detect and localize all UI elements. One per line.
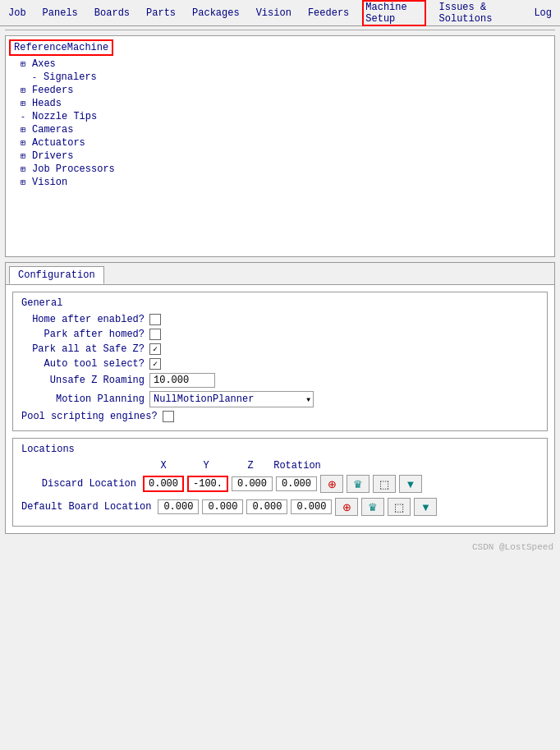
label-motion-planning: Motion Planning <box>21 393 145 405</box>
tree-item-label: Signalers <box>44 71 97 83</box>
tree-expander: - <box>32 73 44 82</box>
checkbox-park-after-homed[interactable] <box>149 329 161 340</box>
discard-crown-btn[interactable]: ♛ <box>347 475 370 493</box>
field-home-after-enabled: Home after enabled? <box>21 314 539 325</box>
location-row-default-board: Default Board Location ⊕ ♛ ⬚ ▼ <box>21 498 539 516</box>
menubar: JobPanelsBoardsPartsPackagesVisionFeeder… <box>0 0 560 26</box>
board-filter-btn[interactable]: ▼ <box>414 498 437 516</box>
input-unsafe-z-roaming[interactable] <box>149 373 215 388</box>
board-y[interactable] <box>202 499 243 514</box>
label-home-after-enabled: Home after enabled? <box>21 314 145 325</box>
label-default-board-location: Default Board Location <box>21 501 151 513</box>
discard-frame-btn[interactable]: ⬚ <box>373 475 396 493</box>
col-z: Z <box>228 460 273 472</box>
tree-item-label: Drivers <box>32 150 73 162</box>
tree-expander: ⊞ <box>21 85 32 95</box>
discard-rotation[interactable] <box>276 476 317 491</box>
tree-item-label: Feeders <box>32 85 73 96</box>
config-content: General Home after enabled? Park after h… <box>6 284 554 533</box>
menu-machine-setup[interactable]: Machine Setup <box>362 0 425 26</box>
tree-item-vision[interactable]: ⊞Vision <box>21 176 551 189</box>
tree-children: ⊞Axes-Signalers⊞Feeders⊞Heads-Nozzle Tip… <box>21 58 551 189</box>
discard-x[interactable] <box>143 476 184 492</box>
tree-expander: ⊞ <box>21 164 32 174</box>
field-pool-scripting: Pool scripting engines? <box>21 411 539 422</box>
board-x[interactable] <box>158 499 199 514</box>
col-y: Y <box>184 460 228 472</box>
tree-item-feeders[interactable]: ⊞Feeders <box>21 84 551 97</box>
app-container: JobPanelsBoardsPartsPackagesVisionFeeder… <box>0 0 560 555</box>
config-panel: Configuration General Home after enabled… <box>5 262 555 534</box>
menu-panels[interactable]: Panels <box>39 6 81 21</box>
tree-item-label: Actuators <box>32 137 85 149</box>
label-discard-location: Discard Location <box>21 478 136 490</box>
checkbox-pool-scripting[interactable] <box>163 411 174 422</box>
tree-item-label: Cameras <box>32 124 73 136</box>
tree-item-drivers[interactable]: ⊞Drivers <box>21 150 551 163</box>
watermark: CSDN @LostSpeed <box>0 539 560 555</box>
tree-expander: ⊞ <box>21 177 32 187</box>
tree-expander: ⊞ <box>21 138 32 148</box>
checkbox-home-after-enabled[interactable] <box>149 314 161 325</box>
locations-legend: Locations <box>21 444 539 455</box>
field-motion-planning: Motion Planning NullMotionPlanner <box>21 391 539 407</box>
col-x: X <box>143 460 184 472</box>
board-frame-btn[interactable]: ⬚ <box>388 498 411 516</box>
location-row-discard: Discard Location ⊕ ♛ ⬚ ▼ <box>21 475 539 493</box>
discard-y[interactable] <box>187 476 228 492</box>
field-park-after-homed: Park after homed? <box>21 329 539 340</box>
tree-item-heads[interactable]: ⊞Heads <box>21 97 551 110</box>
menu-divider <box>5 30 555 30</box>
tree-item-cameras[interactable]: ⊞Cameras <box>21 123 551 136</box>
field-auto-tool-select: Auto tool select? <box>21 358 539 370</box>
board-z[interactable] <box>246 499 287 514</box>
tree-expander: ⊞ <box>21 59 32 69</box>
tree-item-label: Axes <box>32 58 56 70</box>
general-section: General Home after enabled? Park after h… <box>12 292 548 431</box>
tree-item-label: Nozzle Tips <box>32 111 97 122</box>
field-park-safe-z: Park all at Safe Z? <box>21 343 539 355</box>
menu-log[interactable]: Log <box>530 6 555 21</box>
menu-feeders[interactable]: Feeders <box>305 6 352 21</box>
label-park-after-homed: Park after homed? <box>21 329 145 340</box>
select-motion-planning[interactable]: NullMotionPlanner <box>149 391 314 407</box>
tree-item-job-processors[interactable]: ⊞Job Processors <box>21 163 551 176</box>
config-tabs: Configuration <box>6 263 554 284</box>
locations-col-headers: X Y Z Rotation <box>21 460 539 472</box>
label-park-safe-z: Park all at Safe Z? <box>21 343 145 355</box>
board-target-btn[interactable]: ⊕ <box>335 498 358 516</box>
tree-item-label: Job Processors <box>32 163 115 175</box>
tree-panel: ReferenceMachine ⊞Axes-Signalers⊞Feeders… <box>5 35 555 257</box>
board-crown-btn[interactable]: ♛ <box>361 498 384 516</box>
locations-section: Locations X Y Z Rotation Discard Locatio… <box>12 438 548 527</box>
field-unsafe-z-roaming: Unsafe Z Roaming <box>21 373 539 388</box>
menu-parts[interactable]: Parts <box>143 6 179 21</box>
col-rotation: Rotation <box>273 460 322 472</box>
label-pool-scripting: Pool scripting engines? <box>21 411 158 422</box>
tree-expander: ⊞ <box>21 151 32 161</box>
menu-job[interactable]: Job <box>5 6 30 21</box>
discard-target-btn[interactable]: ⊕ <box>320 475 343 493</box>
tree-item-label: Heads <box>32 98 62 109</box>
checkbox-park-safe-z[interactable] <box>149 343 161 355</box>
tree-item-actuators[interactable]: ⊞Actuators <box>21 136 551 150</box>
tree-root[interactable]: ReferenceMachine <box>9 39 113 56</box>
discard-z[interactable] <box>232 476 273 491</box>
menu-packages[interactable]: Packages <box>189 6 243 21</box>
checkbox-auto-tool-select[interactable] <box>149 358 161 370</box>
tree-item-signalers[interactable]: -Signalers <box>32 71 551 84</box>
menu-boards[interactable]: Boards <box>91 6 133 21</box>
tree-item-nozzle-tips[interactable]: -Nozzle Tips <box>21 110 551 123</box>
tree-expander: - <box>21 113 32 122</box>
tree-item-axes[interactable]: ⊞Axes <box>21 58 551 71</box>
menu-vision[interactable]: Vision <box>253 6 295 21</box>
tree-expander: ⊞ <box>21 125 32 135</box>
tab-configuration[interactable]: Configuration <box>9 266 104 284</box>
label-auto-tool-select: Auto tool select? <box>21 358 145 370</box>
board-rotation[interactable] <box>291 499 332 514</box>
tree-expander: ⊞ <box>21 99 32 108</box>
discard-filter-btn[interactable]: ▼ <box>399 475 422 493</box>
motion-planning-wrapper: NullMotionPlanner <box>149 391 314 407</box>
menu-issues[interactable]: Issues & Solutions <box>436 0 521 26</box>
general-legend: General <box>21 297 539 309</box>
